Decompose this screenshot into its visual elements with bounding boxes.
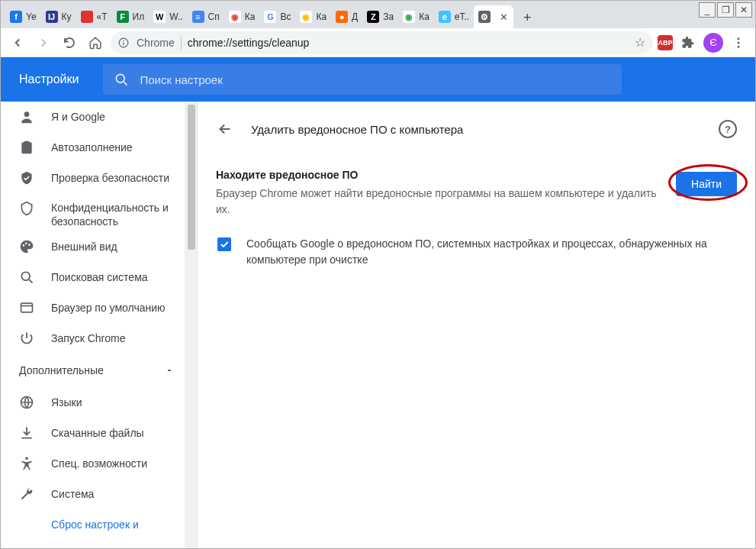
tab-favicon: ● <box>336 11 348 23</box>
browser-tab[interactable]: IJКу <box>41 5 76 28</box>
window-minimize[interactable]: _ <box>699 2 716 18</box>
sidebar-scrollbar[interactable] <box>185 102 197 548</box>
sidebar-item-label: Поисковая система <box>51 270 148 284</box>
tab-title: Ил <box>133 11 145 22</box>
browser-tab[interactable]: ◉Ка <box>224 5 260 28</box>
sidebar-item[interactable]: Система <box>1 479 197 509</box>
sidebar-item[interactable]: Скачанные файлы <box>1 418 197 448</box>
wrench-icon <box>19 486 34 502</box>
shield-icon <box>19 201 34 216</box>
settings-search[interactable] <box>103 64 622 95</box>
settings-header: Настройки <box>1 57 755 102</box>
tab-favicon: e <box>439 11 451 23</box>
home-button[interactable] <box>85 32 106 53</box>
palette-icon <box>19 239 34 254</box>
sidebar-item[interactable]: Запуск Chrome <box>1 323 197 354</box>
settings-body: Я и GoogleАвтозаполнениеПроверка безопас… <box>1 102 755 548</box>
browser-tab[interactable]: ⚙✕ <box>474 5 513 28</box>
profile-avatar[interactable]: Є <box>703 33 723 53</box>
window-maximize[interactable]: ❐ <box>717 2 734 18</box>
browser-tab[interactable]: fYe <box>5 5 41 28</box>
tab-title: Ка <box>419 11 429 22</box>
tab-favicon: F <box>117 11 129 23</box>
sidebar-item[interactable]: Проверка безопасности <box>1 163 197 193</box>
browser-tab[interactable]: ≡Сп <box>188 5 224 28</box>
sidebar-item[interactable]: Я и Google <box>1 102 197 132</box>
tab-title: За <box>383 11 394 22</box>
find-button[interactable]: Найти <box>676 172 737 196</box>
browser-menu-button[interactable] <box>728 32 749 53</box>
tab-title: Ye <box>26 11 37 22</box>
extensions-button[interactable] <box>677 32 699 53</box>
search-icon <box>19 270 34 285</box>
svg-point-15 <box>25 457 28 460</box>
tab-favicon: W <box>153 11 166 23</box>
page-header: Удалить вредоносное ПО с компьютера ? <box>216 114 737 144</box>
tab-favicon: Z <box>367 11 379 23</box>
svg-point-6 <box>117 74 125 82</box>
browser-tab[interactable]: ◉Ка <box>295 5 331 28</box>
browser-tab[interactable]: WW.. <box>149 5 187 28</box>
bookmark-star-icon[interactable]: ☆ <box>635 35 645 50</box>
sidebar-item-label: Скачанные файлы <box>51 426 144 440</box>
settings-title: Настройки <box>19 73 79 86</box>
browser-tab[interactable]: ◉Ка <box>398 5 434 28</box>
browser-toolbar: Chrome chrome://settings/cleanup ☆ ABP Є <box>1 28 755 57</box>
svg-point-3 <box>738 37 740 40</box>
settings-search-input[interactable] <box>140 73 611 86</box>
tab-title: Ка <box>316 11 327 22</box>
browser-tab[interactable]: GВс <box>259 5 295 28</box>
browser-tab[interactable]: ZЗа <box>362 5 398 28</box>
sidebar-item-label: Автозаполнение <box>51 140 133 154</box>
omnibox[interactable]: Chrome chrome://settings/cleanup ☆ <box>111 31 653 54</box>
sidebar-item[interactable]: Спец. возможности <box>1 448 197 479</box>
browser-tab[interactable]: ●Д <box>331 5 362 28</box>
sidebar-item-label: Конфиденциальность и безопасность <box>51 201 197 228</box>
shield-check-icon <box>19 170 34 186</box>
find-malware-section: Находите вредоносное ПО Браузер Chrome м… <box>216 169 737 218</box>
tab-title: Ку <box>62 11 72 22</box>
sidebar-reset-link[interactable]: Сброс настроек и <box>1 509 197 540</box>
browser-tab[interactable]: eeT.. <box>434 5 474 28</box>
back-button[interactable] <box>7 32 28 53</box>
sidebar-item[interactable]: Языки <box>1 387 197 418</box>
svg-point-12 <box>21 272 30 280</box>
svg-point-11 <box>28 244 31 246</box>
section-description: Браузер Chrome может найти вредоносные п… <box>216 186 664 218</box>
tab-title: Вс <box>280 11 291 22</box>
section-heading: Находите вредоносное ПО <box>216 169 664 181</box>
window-close[interactable]: ✕ <box>735 2 752 18</box>
tab-title: «Т <box>97 11 108 22</box>
browser-tab[interactable]: FИл <box>112 5 150 28</box>
page-back-button[interactable] <box>216 120 234 138</box>
sidebar-scrollbar-thumb[interactable] <box>188 105 195 250</box>
sidebar: Я и GoogleАвтозаполнениеПроверка безопас… <box>1 102 198 548</box>
help-button[interactable]: ? <box>719 120 737 138</box>
tab-favicon: ◉ <box>403 11 415 23</box>
sidebar-item-label: Я и Google <box>51 110 105 124</box>
sidebar-item[interactable]: Поисковая система <box>1 262 197 292</box>
url-text: chrome://settings/cleanup <box>188 37 310 49</box>
sidebar-item[interactable]: Конфиденциальность и безопасность <box>1 193 197 231</box>
sidebar-item[interactable]: Автозаполнение <box>1 132 197 163</box>
sidebar-advanced-toggle[interactable]: Дополнительные <box>1 354 197 387</box>
sidebar-item-label: Браузер по умолчанию <box>51 301 166 315</box>
site-info-icon[interactable] <box>118 37 130 48</box>
tab-close-icon[interactable]: ✕ <box>498 11 509 22</box>
tab-favicon: ≡ <box>192 11 204 23</box>
omnibox-separator <box>181 36 182 50</box>
reload-button[interactable] <box>59 32 80 53</box>
extension-abp-icon[interactable]: ABP <box>658 35 673 50</box>
sidebar-item[interactable]: Браузер по умолчанию <box>1 292 197 323</box>
sidebar-advanced-label: Дополнительные <box>19 364 104 376</box>
report-checkbox-label: Сообщать Google о вредоносном ПО, систем… <box>246 236 737 268</box>
browser-tab[interactable]: «Т <box>76 5 112 28</box>
new-tab-button[interactable]: + <box>516 7 538 28</box>
report-checkbox[interactable] <box>217 237 231 251</box>
globe-icon <box>19 395 34 410</box>
svg-point-7 <box>24 111 30 117</box>
sidebar-item[interactable]: Внешний вид <box>1 231 197 262</box>
sidebar-item-label: Проверка безопасности <box>51 171 169 185</box>
window-controls: _ ❐ ✕ <box>699 2 752 18</box>
tab-favicon: f <box>10 11 22 23</box>
